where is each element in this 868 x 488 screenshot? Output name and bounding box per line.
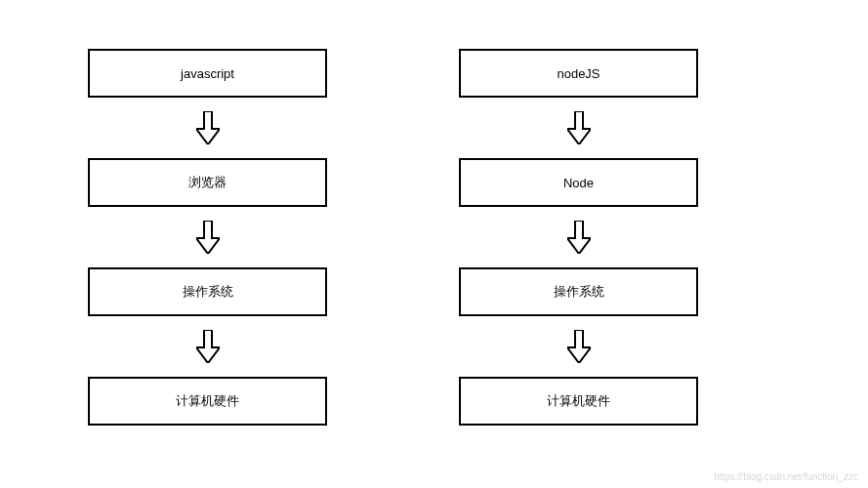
right-column: nodeJS Node 操作系统 计算机硬件 — [459, 49, 698, 426]
box-label: 计算机硬件 — [547, 392, 610, 410]
box-browser: 浏览器 — [88, 158, 327, 207]
watermark-text: https://blog.csdn.net/function_zzc — [714, 471, 858, 482]
arrow-down-icon — [567, 221, 591, 254]
diagram-container: javascript 浏览器 操作系统 计算机硬件 node — [0, 0, 868, 426]
box-label: javascript — [181, 66, 234, 81]
arrow-down-icon — [196, 221, 220, 254]
box-nodejs: nodeJS — [459, 49, 698, 98]
box-label: 操作系统 — [183, 283, 233, 301]
box-label: nodeJS — [557, 66, 599, 81]
box-label: Node — [563, 176, 594, 190]
box-javascript: javascript — [88, 49, 327, 98]
box-label: 计算机硬件 — [176, 392, 239, 410]
watermark: https://blog.csdn.net/function_zzc — [714, 471, 858, 482]
box-os-left: 操作系统 — [88, 267, 327, 316]
arrow-down-icon — [567, 330, 591, 363]
box-hardware-left: 计算机硬件 — [88, 377, 327, 426]
box-label: 浏览器 — [188, 174, 227, 191]
box-label: 操作系统 — [554, 283, 604, 301]
box-node: Node — [459, 158, 698, 207]
box-hardware-right: 计算机硬件 — [459, 377, 698, 426]
box-os-right: 操作系统 — [459, 267, 698, 316]
arrow-down-icon — [567, 111, 591, 144]
arrow-down-icon — [196, 330, 220, 363]
left-column: javascript 浏览器 操作系统 计算机硬件 — [88, 49, 327, 426]
arrow-down-icon — [196, 111, 220, 144]
